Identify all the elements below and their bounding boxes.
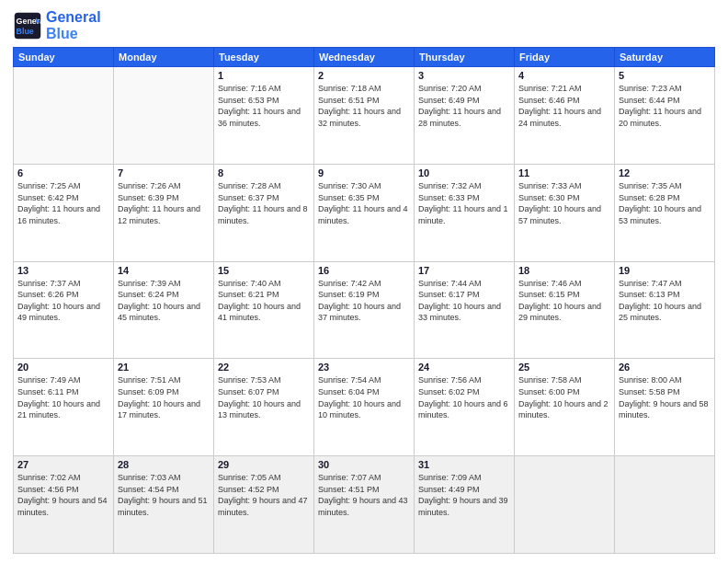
calendar-day-cell: 26Sunrise: 8:00 AM Sunset: 5:58 PM Dayli… bbox=[615, 359, 715, 456]
day-number: 31 bbox=[418, 459, 510, 470]
calendar-day-cell: 20Sunrise: 7:49 AM Sunset: 6:11 PM Dayli… bbox=[14, 359, 114, 456]
calendar-week-row: 13Sunrise: 7:37 AM Sunset: 6:26 PM Dayli… bbox=[14, 261, 715, 359]
day-detail: Sunrise: 7:54 AM Sunset: 6:04 PM Dayligh… bbox=[318, 374, 410, 420]
day-detail: Sunrise: 7:20 AM Sunset: 6:49 PM Dayligh… bbox=[418, 83, 510, 129]
calendar-day-cell: 16Sunrise: 7:42 AM Sunset: 6:19 PM Dayli… bbox=[314, 261, 415, 359]
day-number: 3 bbox=[418, 70, 510, 81]
day-detail: Sunrise: 7:23 AM Sunset: 6:44 PM Dayligh… bbox=[619, 83, 711, 129]
calendar-day-header: Sunday bbox=[14, 48, 114, 67]
day-detail: Sunrise: 7:39 AM Sunset: 6:24 PM Dayligh… bbox=[118, 278, 210, 324]
day-number: 12 bbox=[619, 167, 711, 178]
calendar-day-cell: 13Sunrise: 7:37 AM Sunset: 6:26 PM Dayli… bbox=[14, 261, 114, 359]
calendar-day-cell: 3Sunrise: 7:20 AM Sunset: 6:49 PM Daylig… bbox=[415, 67, 515, 165]
day-detail: Sunrise: 7:05 AM Sunset: 4:52 PM Dayligh… bbox=[218, 472, 310, 518]
day-detail: Sunrise: 8:00 AM Sunset: 5:58 PM Dayligh… bbox=[619, 374, 711, 420]
calendar-day-cell: 2Sunrise: 7:18 AM Sunset: 6:51 PM Daylig… bbox=[314, 67, 415, 165]
calendar-day-cell: 27Sunrise: 7:02 AM Sunset: 4:56 PM Dayli… bbox=[14, 456, 114, 554]
day-number: 30 bbox=[318, 459, 410, 470]
day-detail: Sunrise: 7:28 AM Sunset: 6:37 PM Dayligh… bbox=[218, 180, 310, 226]
logo-icon: General Blue bbox=[13, 11, 42, 40]
calendar-day-cell: 11Sunrise: 7:33 AM Sunset: 6:30 PM Dayli… bbox=[515, 164, 615, 261]
logo: General Blue General Blue bbox=[13, 9, 101, 41]
calendar-table: SundayMondayTuesdayWednesdayThursdayFrid… bbox=[13, 47, 715, 554]
day-number: 4 bbox=[518, 70, 610, 81]
calendar-day-header: Wednesday bbox=[314, 48, 415, 67]
day-detail: Sunrise: 7:44 AM Sunset: 6:17 PM Dayligh… bbox=[418, 278, 510, 324]
header: General Blue General Blue bbox=[13, 9, 715, 41]
day-detail: Sunrise: 7:16 AM Sunset: 6:53 PM Dayligh… bbox=[218, 83, 310, 129]
day-number: 27 bbox=[17, 459, 109, 470]
day-detail: Sunrise: 7:03 AM Sunset: 4:54 PM Dayligh… bbox=[118, 472, 210, 518]
calendar-day-cell: 8Sunrise: 7:28 AM Sunset: 6:37 PM Daylig… bbox=[214, 164, 314, 261]
calendar-day-cell: 6Sunrise: 7:25 AM Sunset: 6:42 PM Daylig… bbox=[14, 164, 114, 261]
calendar-day-cell bbox=[114, 67, 214, 165]
day-detail: Sunrise: 7:37 AM Sunset: 6:26 PM Dayligh… bbox=[17, 278, 109, 324]
day-number: 18 bbox=[518, 265, 610, 276]
day-number: 2 bbox=[318, 70, 410, 81]
day-detail: Sunrise: 7:49 AM Sunset: 6:11 PM Dayligh… bbox=[17, 374, 109, 420]
calendar-day-cell: 25Sunrise: 7:58 AM Sunset: 6:00 PM Dayli… bbox=[515, 359, 615, 456]
calendar-day-cell: 23Sunrise: 7:54 AM Sunset: 6:04 PM Dayli… bbox=[314, 359, 415, 456]
day-number: 29 bbox=[218, 459, 310, 470]
calendar-day-header: Monday bbox=[114, 48, 214, 67]
day-detail: Sunrise: 7:09 AM Sunset: 4:49 PM Dayligh… bbox=[418, 472, 510, 518]
day-detail: Sunrise: 7:47 AM Sunset: 6:13 PM Dayligh… bbox=[619, 278, 711, 324]
logo-text: General bbox=[46, 9, 101, 26]
day-detail: Sunrise: 7:58 AM Sunset: 6:00 PM Dayligh… bbox=[518, 374, 610, 420]
calendar-week-row: 1Sunrise: 7:16 AM Sunset: 6:53 PM Daylig… bbox=[14, 67, 715, 165]
calendar-day-header: Friday bbox=[515, 48, 615, 67]
day-number: 8 bbox=[218, 167, 310, 178]
day-detail: Sunrise: 7:56 AM Sunset: 6:02 PM Dayligh… bbox=[418, 374, 510, 420]
day-number: 25 bbox=[518, 362, 610, 373]
day-detail: Sunrise: 7:32 AM Sunset: 6:33 PM Dayligh… bbox=[418, 180, 510, 226]
day-number: 11 bbox=[518, 167, 610, 178]
day-number: 19 bbox=[619, 265, 711, 276]
day-detail: Sunrise: 7:07 AM Sunset: 4:51 PM Dayligh… bbox=[318, 472, 410, 518]
day-number: 24 bbox=[418, 362, 510, 373]
day-number: 17 bbox=[418, 265, 510, 276]
calendar-day-cell: 15Sunrise: 7:40 AM Sunset: 6:21 PM Dayli… bbox=[214, 261, 314, 359]
calendar-day-cell: 7Sunrise: 7:26 AM Sunset: 6:39 PM Daylig… bbox=[114, 164, 214, 261]
day-number: 21 bbox=[118, 362, 210, 373]
day-detail: Sunrise: 7:26 AM Sunset: 6:39 PM Dayligh… bbox=[118, 180, 210, 226]
calendar-day-cell: 24Sunrise: 7:56 AM Sunset: 6:02 PM Dayli… bbox=[415, 359, 515, 456]
day-detail: Sunrise: 7:25 AM Sunset: 6:42 PM Dayligh… bbox=[17, 180, 109, 226]
calendar-day-cell: 28Sunrise: 7:03 AM Sunset: 4:54 PM Dayli… bbox=[114, 456, 214, 554]
calendar-day-cell: 5Sunrise: 7:23 AM Sunset: 6:44 PM Daylig… bbox=[615, 67, 715, 165]
calendar-day-cell: 18Sunrise: 7:46 AM Sunset: 6:15 PM Dayli… bbox=[515, 261, 615, 359]
calendar-week-row: 20Sunrise: 7:49 AM Sunset: 6:11 PM Dayli… bbox=[14, 359, 715, 456]
day-detail: Sunrise: 7:51 AM Sunset: 6:09 PM Dayligh… bbox=[118, 374, 210, 420]
day-detail: Sunrise: 7:40 AM Sunset: 6:21 PM Dayligh… bbox=[218, 278, 310, 324]
calendar-day-cell: 17Sunrise: 7:44 AM Sunset: 6:17 PM Dayli… bbox=[415, 261, 515, 359]
calendar-day-cell: 1Sunrise: 7:16 AM Sunset: 6:53 PM Daylig… bbox=[214, 67, 314, 165]
day-number: 5 bbox=[619, 70, 711, 81]
calendar-day-cell: 29Sunrise: 7:05 AM Sunset: 4:52 PM Dayli… bbox=[214, 456, 314, 554]
calendar-day-cell: 22Sunrise: 7:53 AM Sunset: 6:07 PM Dayli… bbox=[214, 359, 314, 456]
svg-text:Blue: Blue bbox=[17, 26, 34, 35]
calendar-day-cell bbox=[515, 456, 615, 554]
calendar-day-cell bbox=[615, 456, 715, 554]
calendar-week-row: 27Sunrise: 7:02 AM Sunset: 4:56 PM Dayli… bbox=[14, 456, 715, 554]
day-detail: Sunrise: 7:33 AM Sunset: 6:30 PM Dayligh… bbox=[518, 180, 610, 226]
calendar-header-row: SundayMondayTuesdayWednesdayThursdayFrid… bbox=[14, 48, 715, 67]
day-number: 20 bbox=[17, 362, 109, 373]
day-number: 14 bbox=[118, 265, 210, 276]
calendar-day-header: Thursday bbox=[415, 48, 515, 67]
day-detail: Sunrise: 7:18 AM Sunset: 6:51 PM Dayligh… bbox=[318, 83, 410, 129]
day-detail: Sunrise: 7:02 AM Sunset: 4:56 PM Dayligh… bbox=[17, 472, 109, 518]
day-number: 22 bbox=[218, 362, 310, 373]
calendar-day-header: Saturday bbox=[615, 48, 715, 67]
calendar-day-cell: 31Sunrise: 7:09 AM Sunset: 4:49 PM Dayli… bbox=[415, 456, 515, 554]
calendar-day-cell: 9Sunrise: 7:30 AM Sunset: 6:35 PM Daylig… bbox=[314, 164, 415, 261]
day-detail: Sunrise: 7:21 AM Sunset: 6:46 PM Dayligh… bbox=[518, 83, 610, 129]
day-detail: Sunrise: 7:53 AM Sunset: 6:07 PM Dayligh… bbox=[218, 374, 310, 420]
calendar-week-row: 6Sunrise: 7:25 AM Sunset: 6:42 PM Daylig… bbox=[14, 164, 715, 261]
calendar-day-cell bbox=[14, 67, 114, 165]
day-number: 9 bbox=[318, 167, 410, 178]
calendar-day-cell: 4Sunrise: 7:21 AM Sunset: 6:46 PM Daylig… bbox=[515, 67, 615, 165]
logo-text2: Blue bbox=[46, 26, 101, 42]
day-detail: Sunrise: 7:46 AM Sunset: 6:15 PM Dayligh… bbox=[518, 278, 610, 324]
calendar-day-cell: 30Sunrise: 7:07 AM Sunset: 4:51 PM Dayli… bbox=[314, 456, 415, 554]
day-number: 26 bbox=[619, 362, 711, 373]
calendar-day-header: Tuesday bbox=[214, 48, 314, 67]
